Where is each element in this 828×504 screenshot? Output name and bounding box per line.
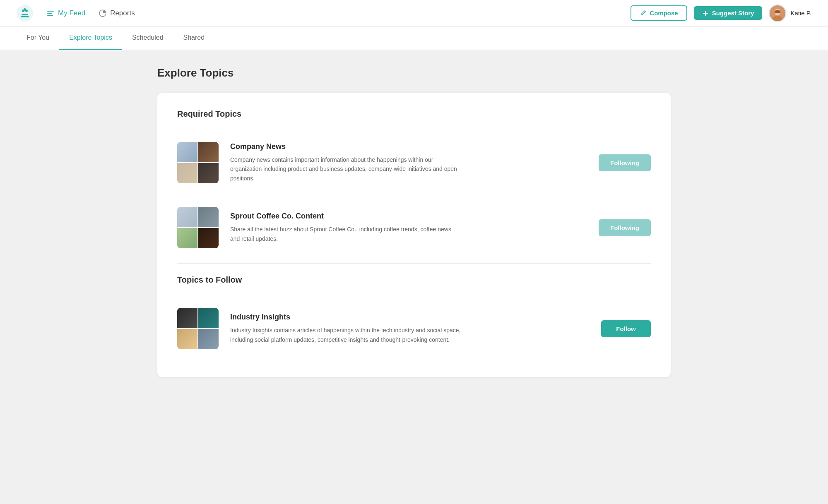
list-icon — [46, 9, 55, 17]
nav-reports[interactable]: Reports — [99, 9, 135, 17]
main-nav: My Feed Reports — [46, 9, 631, 17]
tab-scheduled[interactable]: Scheduled — [122, 26, 173, 50]
topic-info-sprout-coffee: Sprout Coffee Co. Content Share all the … — [230, 212, 587, 243]
topic-img-3 — [177, 163, 197, 183]
topic-img-7 — [177, 228, 197, 248]
svg-rect-2 — [21, 16, 29, 17]
topic-desc-company-news: Company news contains important informat… — [230, 155, 462, 183]
following-button-sprout-coffee[interactable]: Following — [599, 219, 651, 236]
topic-desc-sprout-coffee: Share all the latest buzz about Sprout C… — [230, 225, 462, 243]
svg-rect-13 — [775, 10, 780, 12]
topics-to-follow-section-title: Topics to Follow — [177, 275, 651, 285]
following-button-company-news[interactable]: Following — [599, 154, 651, 171]
topic-info-company-news: Company News Company news contains impor… — [230, 142, 587, 183]
svg-rect-6 — [47, 11, 54, 12]
topic-item-sprout-coffee: Sprout Coffee Co. Content Share all the … — [177, 195, 651, 260]
svg-rect-8 — [47, 15, 53, 16]
avatar-image — [770, 5, 785, 21]
compose-icon — [640, 10, 646, 17]
svg-rect-7 — [47, 13, 52, 14]
logo-icon — [17, 5, 33, 22]
required-topics-section-title: Required Topics — [177, 109, 651, 119]
topics-card: Required Topics Company News Company new… — [157, 93, 671, 377]
tab-explore-topics[interactable]: Explore Topics — [59, 26, 122, 50]
tab-shared[interactable]: Shared — [173, 26, 215, 50]
section-divider — [177, 263, 651, 264]
topic-name-sprout-coffee: Sprout Coffee Co. Content — [230, 212, 587, 221]
topic-img-10 — [198, 308, 219, 328]
topic-images-industry-insights — [177, 308, 219, 349]
topic-images-sprout-coffee — [177, 207, 219, 248]
tabs-bar: For You Explore Topics Scheduled Shared — [0, 26, 828, 50]
topic-img-5 — [177, 207, 197, 227]
topic-images-company-news — [177, 142, 219, 183]
topic-img-2 — [198, 142, 219, 162]
topic-info-industry-insights: Industry Insights Industry Insights cont… — [230, 313, 590, 344]
nav-my-feed[interactable]: My Feed — [46, 9, 85, 17]
avatar — [769, 5, 786, 22]
topic-img-12 — [198, 329, 219, 349]
topic-img-4 — [198, 163, 219, 183]
page-title: Explore Topics — [157, 67, 671, 79]
logo[interactable] — [17, 5, 33, 22]
topic-name-company-news: Company News — [230, 142, 587, 151]
svg-rect-1 — [22, 14, 28, 15]
main-content: Explore Topics Required Topics Company N… — [124, 50, 704, 394]
compose-button[interactable]: Compose — [631, 5, 687, 21]
user-menu[interactable]: Katie P. — [769, 5, 811, 22]
tab-for-you[interactable]: For You — [17, 26, 59, 50]
topic-img-11 — [177, 329, 197, 349]
topic-img-6 — [198, 207, 219, 227]
chart-icon — [99, 9, 107, 17]
header-actions: Compose Suggest Story Katie P. — [631, 5, 811, 22]
topic-item-company-news: Company News Company news contains impor… — [177, 130, 651, 195]
svg-point-5 — [24, 8, 26, 11]
header: My Feed Reports Compose Suggest Story — [0, 0, 828, 26]
topic-name-industry-insights: Industry Insights — [230, 313, 590, 322]
user-name-label: Katie P. — [790, 10, 811, 17]
topic-img-9 — [177, 308, 197, 328]
svg-point-0 — [17, 5, 33, 22]
follow-button-industry-insights[interactable]: Follow — [601, 320, 651, 337]
topic-img-8 — [198, 228, 219, 248]
topic-desc-industry-insights: Industry Insights contains articles of h… — [230, 326, 462, 344]
topic-img-1 — [177, 142, 197, 162]
topic-item-industry-insights: Industry Insights Industry Insights cont… — [177, 296, 651, 361]
suggest-story-button[interactable]: Suggest Story — [694, 6, 763, 20]
plus-icon — [702, 10, 709, 17]
